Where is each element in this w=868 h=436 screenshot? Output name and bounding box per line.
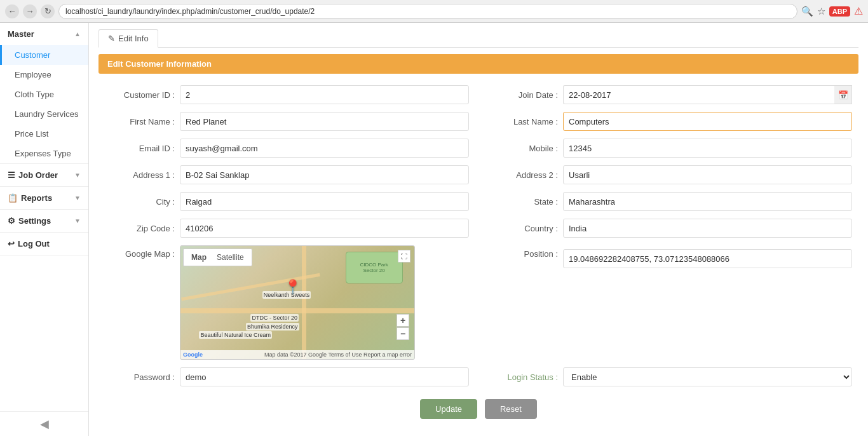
tab-edit-info-label: Edit Info [118, 34, 149, 43]
google-logo: Google [183, 351, 203, 358]
map-street-label-bhumika: Bhumika Residency [246, 323, 299, 330]
map-tab-map[interactable]: Map [186, 252, 212, 263]
map-street-label-dtdc: DTDC - Sector 20 [250, 314, 299, 322]
city-row: City : [105, 192, 469, 211]
zoom-out-button[interactable]: − [397, 327, 409, 340]
fullscreen-map-button[interactable]: ⛶ [398, 250, 410, 262]
sidebar-item-employee[interactable]: Employee [0, 65, 88, 85]
update-button[interactable]: Update [420, 399, 477, 419]
edit-icon: ✎ [108, 34, 115, 43]
reports-icon: 📋 [8, 193, 18, 203]
join-date-wrapper: 📅 [563, 85, 852, 104]
zoom-in-button[interactable]: + [397, 314, 409, 327]
calendar-icon[interactable]: 📅 [834, 85, 852, 104]
form-button-row: Update Reset [98, 386, 858, 432]
sidebar: Master ▲ Customer Employee Cloth Type La… [0, 23, 89, 436]
map-zoom-controls: + − [397, 314, 409, 340]
sidebar-collapse-button[interactable]: ◀ [0, 411, 88, 436]
tab-edit-info[interactable]: ✎ Edit Info [98, 29, 158, 48]
sidebar-item-cloth-type[interactable]: Cloth Type [0, 85, 88, 104]
first-name-label: First Name : [105, 117, 175, 126]
customer-id-label: Customer ID : [105, 90, 175, 100]
sidebar-settings-label: Settings [18, 216, 51, 226]
sidebar-master-label: Master [8, 29, 34, 39]
warning-icon[interactable]: ⚠ [854, 5, 863, 17]
map-footer: Google Map data ©2017 Google Terms of Us… [180, 350, 414, 359]
map-tab-satellite[interactable]: Satellite [212, 252, 249, 263]
country-row: Country : [488, 219, 852, 238]
list-icon: ☰ [8, 170, 15, 180]
google-map-label: Google Map : [105, 249, 175, 259]
map-road-vertical [302, 246, 306, 359]
first-name-row: First Name : [105, 112, 469, 131]
chevron-down-icon: ▼ [74, 172, 81, 179]
zip-code-label: Zip Code : [105, 224, 175, 233]
map-terms: Map data ©2017 Google Terms of Use Repor… [264, 351, 412, 358]
browser-chrome: ← → ↻ 🔍 ☆ ABP ⚠ [0, 0, 868, 23]
form-section-header: Edit Customer Information [98, 54, 858, 74]
mobile-row: Mobile : [488, 139, 852, 158]
gear-icon: ⚙ [8, 216, 15, 226]
refresh-button[interactable]: ↻ [41, 4, 55, 18]
search-icon[interactable]: 🔍 [801, 6, 813, 17]
back-button[interactable]: ← [5, 4, 19, 18]
first-name-input[interactable] [180, 112, 469, 131]
chevron-down-icon3: ▼ [74, 217, 81, 224]
sidebar-logout-label: Log Out [18, 239, 50, 249]
sidebar-job-order-label: Job Order [18, 170, 58, 180]
address1-row: Address 1 : [105, 165, 469, 184]
email-id-row: Email ID : [105, 139, 469, 158]
position-row: Position : [488, 249, 852, 360]
zip-code-input[interactable] [180, 219, 469, 238]
mobile-input[interactable] [563, 139, 852, 158]
forward-button[interactable]: → [23, 4, 37, 18]
sidebar-logout-item[interactable]: ↩ Log Out [0, 233, 88, 255]
google-map-row: Google Map : CIDCO ParkSector 20 Neelkan… [105, 245, 469, 360]
sidebar-reports-header[interactable]: 📋 Reports ▼ [0, 187, 88, 209]
state-label: State : [488, 197, 558, 207]
last-name-label: Last Name : [488, 117, 558, 126]
email-id-label: Email ID : [105, 144, 175, 153]
customer-id-input[interactable] [180, 85, 469, 104]
last-name-input[interactable] [563, 112, 852, 131]
country-input[interactable] [563, 219, 852, 238]
sidebar-item-customer[interactable]: Customer [0, 45, 88, 65]
url-bar[interactable] [58, 4, 797, 19]
map-pin: 📍 [284, 279, 301, 296]
state-row: State : [488, 192, 852, 211]
map-road-horizontal [180, 308, 414, 313]
password-label: Password : [105, 372, 175, 382]
logout-icon: ↩ [8, 239, 15, 249]
login-status-select[interactable]: Enable Disable [563, 367, 852, 386]
address1-input[interactable] [180, 165, 469, 184]
state-input[interactable] [563, 192, 852, 211]
form-section-title: Edit Customer Information [107, 59, 212, 69]
address2-input[interactable] [563, 165, 852, 184]
bookmark-icon[interactable]: ☆ [817, 6, 825, 17]
map-type-tabs: Map Satellite [183, 249, 252, 266]
sidebar-item-expenses-type[interactable]: Expenses Type [0, 144, 88, 163]
google-map[interactable]: CIDCO ParkSector 20 Neelkanth Sweets DTD… [180, 245, 415, 360]
form-grid: Customer ID : Join Date : 📅 First Name :… [98, 85, 858, 386]
chevron-down-icon2: ▼ [74, 194, 81, 201]
sidebar-master-header[interactable]: Master ▲ [0, 23, 88, 45]
reset-button[interactable]: Reset [485, 399, 537, 419]
join-date-input[interactable] [563, 85, 834, 104]
sidebar-reports-label: Reports [21, 193, 52, 203]
sidebar-item-laundry-services[interactable]: Laundry Services [0, 104, 88, 124]
chevron-up-icon: ▲ [74, 31, 81, 37]
map-street-label-icecream: Beautiful Natural Ice Cream [199, 331, 272, 339]
address2-row: Address 2 : [488, 165, 852, 184]
mobile-label: Mobile : [488, 144, 558, 153]
address1-label: Address 1 : [105, 170, 175, 180]
sidebar-settings-header[interactable]: ⚙ Settings ▼ [0, 210, 88, 232]
abp-badge: ABP [829, 6, 850, 17]
customer-id-row: Customer ID : [105, 85, 469, 104]
city-input[interactable] [180, 192, 469, 211]
sidebar-item-price-list[interactable]: Price List [0, 124, 88, 144]
map-park-area: CIDCO ParkSector 20 [346, 252, 403, 283]
password-input[interactable] [180, 367, 469, 386]
sidebar-job-order-header[interactable]: ☰ Job Order ▼ [0, 164, 88, 186]
email-id-input[interactable] [180, 139, 469, 158]
position-input[interactable] [563, 249, 852, 268]
